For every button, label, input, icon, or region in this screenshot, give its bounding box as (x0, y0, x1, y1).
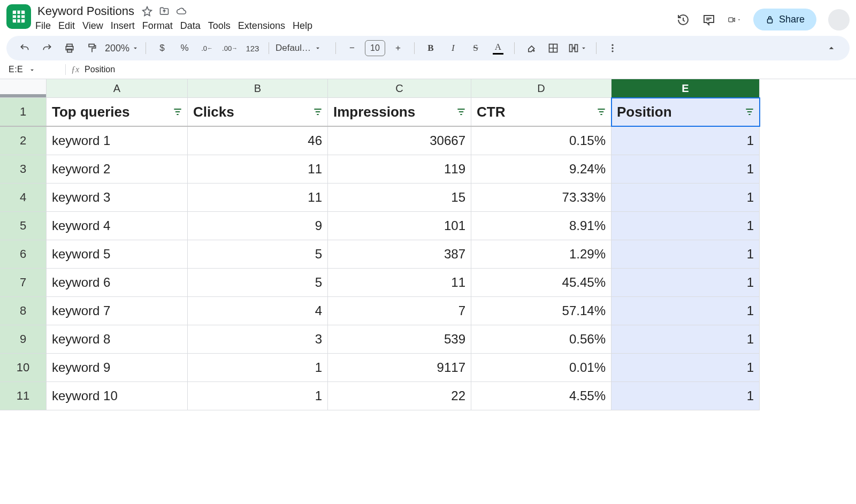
cell[interactable]: 1 (188, 382, 328, 410)
strikethrough-button[interactable]: S (466, 40, 485, 56)
cell[interactable]: 57.14% (471, 297, 612, 325)
cell[interactable]: keyword 8 (47, 325, 188, 354)
row-header[interactable]: 4 (0, 184, 47, 212)
cell[interactable]: Position (612, 98, 760, 127)
cell[interactable]: 1 (612, 354, 760, 382)
sheets-logo[interactable] (6, 4, 31, 29)
document-title[interactable]: Keyword Positions (35, 4, 136, 18)
cell[interactable]: 0.15% (471, 126, 612, 155)
cell[interactable]: 9 (188, 212, 328, 240)
cell[interactable]: 1 (612, 155, 760, 184)
decrease-decimal-button[interactable]: .0← (197, 40, 217, 56)
cell[interactable]: 1 (612, 240, 760, 269)
cell[interactable]: 1 (612, 382, 760, 410)
italic-button[interactable]: I (444, 40, 463, 56)
menu-format[interactable]: Format (142, 20, 173, 32)
row-header[interactable]: 5 (0, 212, 47, 240)
cell[interactable]: 539 (328, 325, 471, 354)
row-header[interactable]: 11 (0, 382, 47, 410)
format-percent-button[interactable]: % (175, 40, 194, 56)
font-size-input[interactable]: 10 (365, 40, 385, 56)
redo-button[interactable] (37, 40, 57, 56)
menu-edit[interactable]: Edit (58, 20, 75, 32)
cell[interactable]: 15 (328, 184, 471, 212)
borders-button[interactable] (544, 40, 563, 56)
text-color-button[interactable]: A (488, 40, 508, 56)
paint-format-button[interactable] (82, 40, 102, 56)
more-formats-button[interactable]: 123 (243, 40, 262, 56)
filter-icon[interactable] (744, 106, 755, 117)
spreadsheet-grid[interactable]: A B C D E 1Top queriesClicksImpressionsC… (0, 79, 856, 410)
collapse-toolbar-button[interactable] (822, 40, 841, 56)
account-avatar[interactable] (828, 9, 850, 30)
row-header[interactable]: 2 (0, 126, 47, 155)
cell[interactable]: 30667 (328, 126, 471, 155)
cell[interactable]: 73.33% (471, 184, 612, 212)
menu-help[interactable]: Help (293, 20, 312, 32)
cell[interactable]: 4 (188, 297, 328, 325)
cell[interactable]: 1 (612, 297, 760, 325)
cell[interactable]: Clicks (188, 98, 328, 127)
select-all-corner[interactable] (0, 79, 47, 98)
cell[interactable]: 45.45% (471, 269, 612, 297)
menu-extensions[interactable]: Extensions (238, 20, 285, 32)
cell[interactable]: 1 (612, 212, 760, 240)
name-box[interactable]: E:E (5, 64, 60, 75)
cell[interactable]: 4.55% (471, 382, 612, 410)
cell[interactable]: keyword 10 (47, 382, 188, 410)
cell[interactable]: Top queries (47, 98, 188, 127)
bold-button[interactable]: B (421, 40, 440, 56)
cell[interactable]: keyword 9 (47, 354, 188, 382)
formula-input[interactable]: Position (85, 65, 115, 74)
cell[interactable]: 5 (188, 240, 328, 269)
cell[interactable]: keyword 7 (47, 297, 188, 325)
filter-icon[interactable] (312, 106, 323, 117)
cell[interactable]: keyword 4 (47, 212, 188, 240)
merge-cells-button[interactable] (566, 40, 590, 56)
column-header-c[interactable]: C (328, 79, 471, 98)
row-header[interactable]: 6 (0, 240, 47, 269)
filter-icon[interactable] (596, 106, 607, 117)
column-header-d[interactable]: D (471, 79, 612, 98)
cell[interactable]: 11 (188, 155, 328, 184)
cell[interactable]: 7 (328, 297, 471, 325)
cell[interactable]: 8.91% (471, 212, 612, 240)
star-icon[interactable] (142, 6, 152, 17)
menu-file[interactable]: File (35, 20, 51, 32)
cell[interactable]: 3 (188, 325, 328, 354)
cell[interactable]: keyword 1 (47, 126, 188, 155)
row-header[interactable]: 7 (0, 269, 47, 297)
undo-button[interactable] (15, 40, 34, 56)
format-currency-button[interactable]: $ (152, 40, 172, 56)
font-family-select[interactable]: Defaul… (276, 43, 329, 54)
cell[interactable]: 1 (612, 126, 760, 155)
cell[interactable]: 0.01% (471, 354, 612, 382)
cell[interactable]: keyword 3 (47, 184, 188, 212)
more-toolbar-button[interactable] (603, 40, 622, 56)
column-header-e[interactable]: E (612, 79, 760, 98)
zoom-select[interactable]: 200% (105, 43, 139, 54)
share-button[interactable]: Share (753, 9, 816, 30)
cell[interactable]: 119 (328, 155, 471, 184)
menu-tools[interactable]: Tools (208, 20, 231, 32)
cell[interactable]: CTR (471, 98, 612, 127)
menu-data[interactable]: Data (180, 20, 201, 32)
cell[interactable]: 387 (328, 240, 471, 269)
cell[interactable]: 9.24% (471, 155, 612, 184)
cell[interactable]: 0.56% (471, 325, 612, 354)
cell[interactable]: 22 (328, 382, 471, 410)
row-header[interactable]: 10 (0, 354, 47, 382)
cell[interactable]: 1 (612, 184, 760, 212)
history-icon[interactable] (676, 13, 690, 27)
column-header-a[interactable]: A (47, 79, 188, 98)
meet-icon[interactable] (728, 13, 742, 27)
cell[interactable]: 1 (188, 354, 328, 382)
cell[interactable]: 11 (188, 184, 328, 212)
cell[interactable]: 101 (328, 212, 471, 240)
increase-decimal-button[interactable]: .00→ (220, 40, 240, 56)
move-icon[interactable] (159, 6, 170, 17)
column-header-b[interactable]: B (188, 79, 328, 98)
menu-view[interactable]: View (82, 20, 103, 32)
font-size-increase[interactable]: + (388, 40, 408, 56)
filter-icon[interactable] (172, 106, 183, 117)
